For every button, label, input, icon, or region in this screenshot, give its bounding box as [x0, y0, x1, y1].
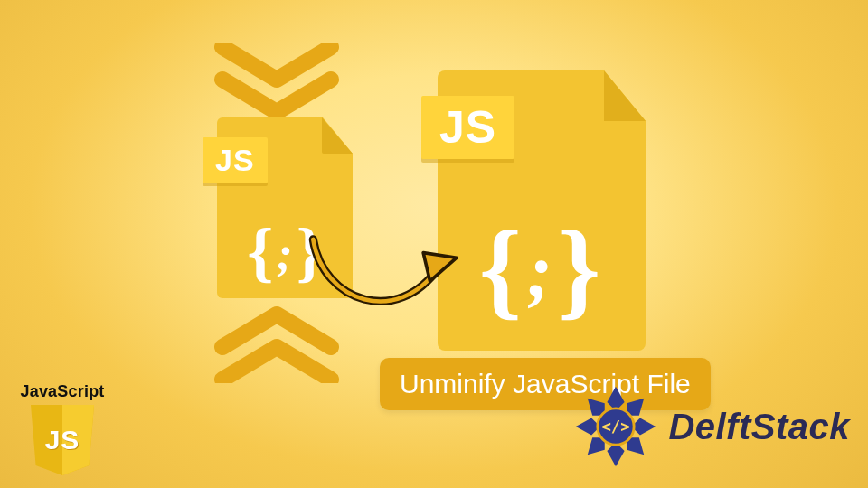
svg-marker-0: [423, 253, 457, 281]
delftstack-emblem-icon: </>: [572, 383, 659, 470]
transform-arrow-icon: [300, 228, 463, 336]
delftstack-glyph: </>: [602, 418, 630, 436]
semicolon-glyph: ;: [273, 228, 296, 279]
javascript-logo-label: JavaScript: [13, 382, 112, 401]
javascript-shield-icon: JS: [31, 405, 94, 475]
semicolon-glyph: ;: [522, 229, 558, 313]
js-badge-large: JS: [421, 96, 514, 159]
brace-open: {: [247, 215, 273, 289]
delftstack-wordmark: DelftStack: [668, 407, 850, 447]
brace-close: }: [558, 209, 600, 329]
hero-graphic: JS {;} JS {;} Unminify JavaScript File J…: [0, 0, 868, 488]
delftstack-logo: </> DelftStack: [572, 383, 850, 470]
javascript-logo: JavaScript JS: [13, 382, 112, 475]
brace-open: {: [479, 209, 522, 329]
js-badge-small: JS: [203, 137, 268, 183]
compress-chevrons-top-icon: [213, 43, 340, 121]
javascript-shield-text: JS: [31, 405, 94, 475]
